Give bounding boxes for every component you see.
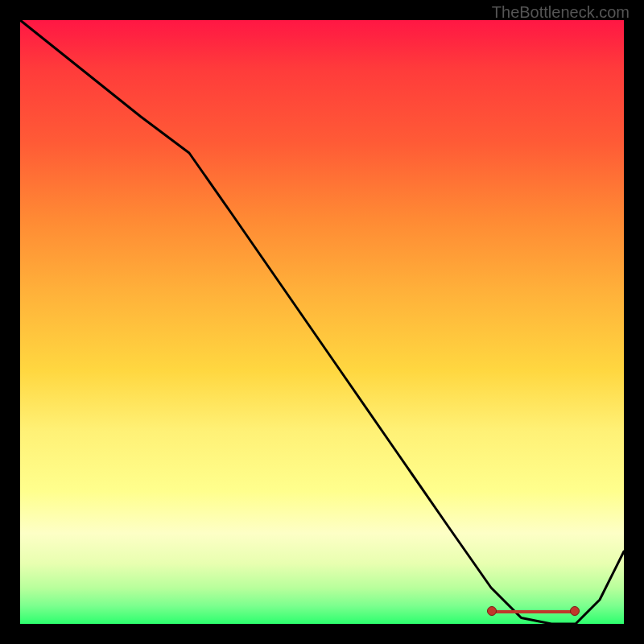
chart-area [20, 20, 624, 624]
watermark-text: TheBottleneck.com [492, 3, 630, 22]
line-chart-svg [20, 20, 624, 624]
series-line [20, 20, 624, 624]
